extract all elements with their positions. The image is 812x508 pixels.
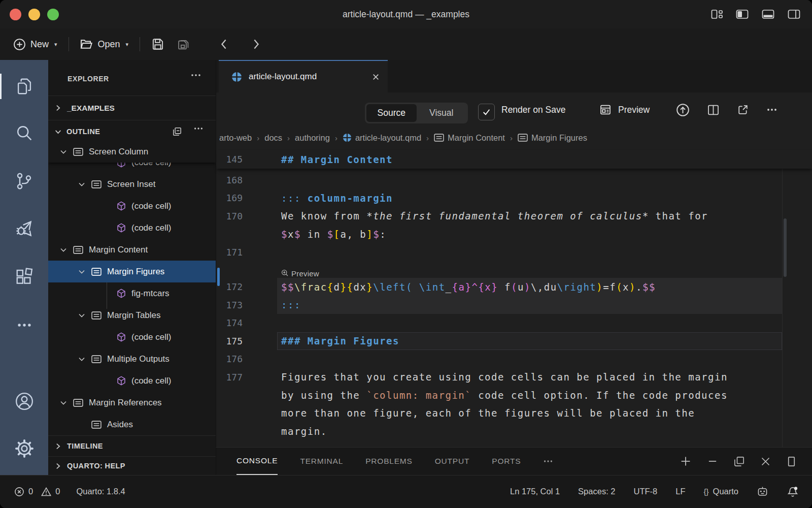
outline-tree-item[interactable]: (code cell) <box>48 195 216 217</box>
toggle-panel-icon[interactable] <box>761 9 775 20</box>
feedback-icon[interactable] <box>757 486 768 497</box>
settings-gear-icon[interactable] <box>0 438 48 459</box>
minimize-panel-icon[interactable] <box>707 456 718 467</box>
outline-tree-item[interactable]: Multiple Outputs <box>48 348 216 370</box>
encoding-status[interactable]: UTF-8 <box>634 487 658 496</box>
toggle-primary-sidebar-icon[interactable] <box>735 9 749 20</box>
navigate-back-button[interactable] <box>218 38 229 50</box>
navigate-forward-button[interactable] <box>251 38 262 50</box>
language-mode-status[interactable]: {} Quarto <box>704 487 738 496</box>
outline-tree-item[interactable]: Asides <box>48 414 216 435</box>
close-tab-icon[interactable] <box>372 73 380 81</box>
code-line-content[interactable] <box>277 243 782 262</box>
outline-tree-item[interactable]: (code cell) <box>48 326 216 348</box>
code-line-content[interactable]: ### Margin Figures <box>277 332 782 351</box>
outline-tree-item[interactable]: Margin Figures <box>48 261 216 282</box>
outline-tree-item[interactable]: fig-mtcars <box>48 282 216 304</box>
visual-mode-button[interactable]: Visual <box>417 108 467 118</box>
open-button[interactable]: Open ▾ <box>80 39 129 50</box>
panel-tab-output[interactable]: OUTPUT <box>435 448 470 475</box>
open-in-new-window-icon[interactable] <box>737 92 749 127</box>
new-file-button[interactable]: New ▾ <box>13 38 57 51</box>
account-icon[interactable] <box>0 391 48 411</box>
code-line-content[interactable]: margin. <box>277 422 782 440</box>
problems-status[interactable]: 0 0 <box>14 487 60 497</box>
notifications-bell-icon[interactable] <box>787 486 799 498</box>
outline-more-actions-icon[interactable] <box>193 126 204 137</box>
source-control-view-icon[interactable] <box>0 172 48 190</box>
code-token: { <box>327 281 334 293</box>
chevron-down-icon[interactable] <box>59 246 73 254</box>
code-line-content[interactable]: by using the `column: margin` code cell … <box>277 386 782 404</box>
panel-tab-console[interactable]: CONSOLE <box>236 448 278 475</box>
chevron-down-icon[interactable] <box>78 268 91 276</box>
preview-button[interactable]: Preview <box>599 92 650 127</box>
customize-layout-icon[interactable] <box>710 9 723 20</box>
render-publish-icon[interactable] <box>675 92 690 127</box>
editor-more-actions-icon[interactable] <box>766 92 777 127</box>
outline-tree-item[interactable]: Screen Inset <box>48 173 216 195</box>
outline-tree-item[interactable]: (code cell) <box>48 217 216 239</box>
scrollbar-thumb[interactable] <box>784 218 787 277</box>
panel-more-tabs-icon[interactable] <box>543 448 553 475</box>
split-editor-icon[interactable] <box>707 92 720 127</box>
more-views-icon[interactable] <box>0 316 48 334</box>
restore-panel-icon[interactable] <box>733 456 745 467</box>
breadcrumb-item[interactable]: arto-web <box>219 133 252 143</box>
run-debug-view-icon[interactable] <box>0 219 48 238</box>
chevron-down-icon[interactable] <box>78 311 91 320</box>
preview-lens-label[interactable]: Preview <box>281 269 319 278</box>
close-panel-icon[interactable] <box>760 456 771 467</box>
code-line-content[interactable] <box>277 350 782 368</box>
code-line-content[interactable]: more than one figure, each of the figure… <box>277 404 782 423</box>
outline-tree-item[interactable]: Margin References <box>48 392 216 414</box>
breadcrumb-item[interactable]: article-layout.qmd <box>343 133 421 143</box>
toggle-secondary-sidebar-icon[interactable] <box>787 9 801 20</box>
code-line-content[interactable]: ::: column-margin <box>277 189 782 207</box>
breadcrumb-item[interactable]: Margin Figures <box>518 133 587 143</box>
code-line-content[interactable]: $x$ in $[a, b]$: <box>277 225 782 243</box>
panel-tab-ports[interactable]: PORTS <box>492 448 521 475</box>
timeline-section-header[interactable]: TIMELINE <box>48 435 216 456</box>
render-on-save-checkbox[interactable] <box>478 104 495 120</box>
maximize-panel-icon[interactable] <box>786 456 797 467</box>
breadcrumb-item[interactable]: docs <box>264 133 282 143</box>
quarto-help-section-header[interactable]: QUARTO: HELP <box>48 456 216 475</box>
code-line-content[interactable]: Figures that you create using code cells… <box>277 368 782 387</box>
eol-status[interactable]: LF <box>675 487 685 496</box>
panel-tab-problems[interactable]: PROBLEMS <box>365 448 413 475</box>
extensions-view-icon[interactable] <box>0 267 48 287</box>
editor-tab[interactable]: article-layout.qmd <box>219 60 388 92</box>
search-view-icon[interactable] <box>0 123 48 142</box>
code-line-content[interactable] <box>277 171 782 189</box>
outline-section-header[interactable]: OUTLINE <box>48 120 216 143</box>
source-mode-button[interactable]: Source <box>366 104 417 122</box>
chevron-down-icon[interactable] <box>78 355 91 363</box>
outline-tree-item[interactable]: Margin Content <box>48 239 216 261</box>
outline-tree-item[interactable]: (code cell) <box>48 370 216 392</box>
chevron-down-icon[interactable] <box>59 399 73 407</box>
code-line-content[interactable]: $$\frac{d}{dx}\left( \int_{a}^{x} f(u)\,… <box>277 278 782 296</box>
save-all-button[interactable] <box>177 38 190 51</box>
breadcrumb-item[interactable]: authoring <box>295 133 330 143</box>
cursor-position-status[interactable]: Ln 175, Col 1 <box>510 487 560 496</box>
collapse-all-icon[interactable] <box>172 126 182 137</box>
chevron-down-icon[interactable] <box>78 180 91 188</box>
save-button[interactable] <box>151 38 164 51</box>
outline-tree-item[interactable]: Margin Tables <box>48 304 216 326</box>
outline-tree-item[interactable]: (code cell) <box>48 163 216 173</box>
chevron-down-icon[interactable] <box>59 148 73 156</box>
code-line-content[interactable] <box>277 314 782 332</box>
quarto-version-status[interactable]: Quarto: 1.8.4 <box>76 487 125 496</box>
code-line-content[interactable]: ::: <box>277 296 782 314</box>
code-line-content[interactable]: We know from *the first fundamental theo… <box>277 207 782 226</box>
new-console-icon[interactable] <box>680 455 692 467</box>
explorer-more-actions-icon[interactable] <box>190 73 201 77</box>
breadcrumb-item[interactable]: Margin Content <box>434 133 505 143</box>
code-line-content[interactable]: ## Margin Content <box>277 150 782 169</box>
workspace-section-row[interactable]: _EXAMPLES <box>48 96 216 120</box>
indentation-status[interactable]: Spaces: 2 <box>578 487 615 496</box>
outline-tree-item[interactable]: Screen Column <box>48 141 216 163</box>
panel-tab-terminal[interactable]: TERMINAL <box>300 448 343 475</box>
explorer-view-icon[interactable] <box>0 77 48 96</box>
